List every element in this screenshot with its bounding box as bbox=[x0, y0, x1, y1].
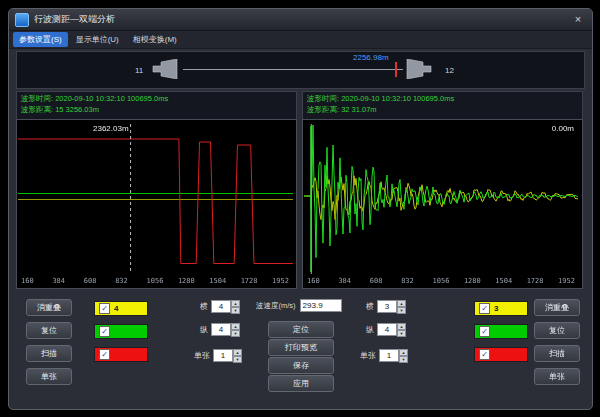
transformer-left-icon bbox=[149, 59, 179, 83]
left-reset-button[interactable]: 复位 bbox=[26, 322, 72, 339]
right-wave-time: 波形时间: 2020-09-10 10:32:10 100695.0ms bbox=[307, 93, 578, 104]
spin-value[interactable]: 3 bbox=[377, 300, 397, 313]
left-wave-time: 波形时间: 2020-09-10 10:32:10 100695.0ms bbox=[21, 93, 292, 104]
spin-down-icon[interactable]: ▼ bbox=[233, 356, 242, 363]
spin-up-icon[interactable]: ▲ bbox=[233, 349, 242, 356]
right-page-spinner: 单张 1 ▲▼ bbox=[360, 349, 408, 362]
station-left-id: 11 bbox=[135, 66, 143, 75]
right-channel-red[interactable]: ✓ bbox=[474, 347, 528, 362]
right-panel-info: 波形时间: 2020-09-10 10:32:10 100695.0ms 波形距… bbox=[302, 91, 583, 120]
window-title: 行波测距—双端分析 bbox=[34, 13, 115, 26]
close-icon[interactable]: × bbox=[570, 13, 586, 27]
spin-up-icon[interactable]: ▲ bbox=[397, 300, 406, 307]
spin-up-icon[interactable]: ▲ bbox=[399, 349, 408, 356]
spin-value[interactable]: 1 bbox=[379, 349, 399, 362]
spin-down-icon[interactable]: ▼ bbox=[231, 307, 240, 314]
right-vzoom-spinner: 纵 4 ▲▼ bbox=[366, 323, 406, 336]
spin-value[interactable]: 4 bbox=[377, 323, 397, 336]
right-scan-button[interactable]: 扫描 bbox=[534, 345, 580, 362]
spin-up-icon[interactable]: ▲ bbox=[231, 300, 240, 307]
left-chart-distance-annotation: 2362.03m bbox=[93, 124, 129, 133]
title-bar[interactable]: 行波测距—双端分析 × bbox=[9, 9, 592, 31]
menu-item-phase-mode[interactable]: 相模变换(M) bbox=[127, 32, 183, 47]
left-channel-yellow[interactable]: ✓ 4 bbox=[94, 301, 148, 316]
right-waveform-canvas[interactable] bbox=[303, 120, 580, 286]
right-reset-button[interactable]: 复位 bbox=[534, 322, 580, 339]
right-channel-yellow[interactable]: ✓ 3 bbox=[474, 301, 528, 316]
left-vzoom-spinner: 纵 4 ▲▼ bbox=[200, 323, 240, 336]
locate-button[interactable]: 定位 bbox=[268, 321, 334, 338]
spin-down-icon[interactable]: ▼ bbox=[231, 330, 240, 337]
checkbox-icon[interactable]: ✓ bbox=[99, 349, 110, 360]
left-channel-red[interactable]: ✓ bbox=[94, 347, 148, 362]
right-chart-distance-annotation: 0.00m bbox=[552, 124, 574, 133]
spin-value[interactable]: 1 bbox=[213, 349, 233, 362]
spin-up-icon[interactable]: ▲ bbox=[231, 323, 240, 330]
right-channel-green[interactable]: ✓ bbox=[474, 324, 528, 339]
left-wave-distance: 波形距离: 15 3256.03m bbox=[21, 104, 292, 115]
right-single-button[interactable]: 单张 bbox=[534, 368, 580, 385]
right-deoverlap-button[interactable]: 消重叠 bbox=[534, 299, 580, 316]
checkbox-icon[interactable]: ✓ bbox=[479, 326, 490, 337]
left-waveform-panel: 波形时间: 2020-09-10 10:32:10 100695.0ms 波形距… bbox=[16, 91, 297, 287]
left-deoverlap-button[interactable]: 消重叠 bbox=[26, 299, 72, 316]
left-hzoom-spinner: 横 4 ▲▼ bbox=[200, 300, 240, 313]
menu-item-display-unit[interactable]: 显示单位(U) bbox=[70, 32, 125, 47]
right-wave-distance: 波形距离: 32 31.07m bbox=[307, 104, 578, 115]
spin-value[interactable]: 4 bbox=[211, 300, 231, 313]
left-waveform-canvas[interactable] bbox=[17, 120, 294, 286]
right-chart-area: 0.00m bbox=[302, 119, 583, 289]
left-single-button[interactable]: 单张 bbox=[26, 368, 72, 385]
left-page-spinner: 单张 1 ▲▼ bbox=[194, 349, 242, 362]
spin-down-icon[interactable]: ▼ bbox=[397, 307, 406, 314]
app-window: 行波测距—双端分析 × 参数设置(S) 显示单位(U) 相模变换(M) 11 2… bbox=[8, 8, 593, 410]
menu-bar: 参数设置(S) 显示单位(U) 相模变换(M) bbox=[9, 31, 592, 49]
line-connector bbox=[183, 69, 403, 70]
checkbox-icon[interactable]: ✓ bbox=[99, 326, 110, 337]
fault-location-marker bbox=[395, 62, 397, 77]
wave-speed-row: 波速度(m/s) bbox=[256, 299, 342, 312]
checkbox-icon[interactable]: ✓ bbox=[479, 303, 490, 314]
left-chart-area: 2362.03m bbox=[16, 119, 297, 289]
spin-value[interactable]: 4 bbox=[211, 323, 231, 336]
device-diagram: 11 2256.98m 12 bbox=[16, 51, 585, 89]
right-waveform-panel: 波形时间: 2020-09-10 10:32:10 100695.0ms 波形距… bbox=[302, 91, 583, 287]
control-panel: 消重叠 复位 扫描 单张 ✓ 4 ✓ ✓ 横 4 ▲▼ 纵 4 ▲▼ 单张 1 bbox=[16, 291, 585, 403]
wave-speed-input[interactable] bbox=[300, 299, 342, 312]
checkbox-icon[interactable]: ✓ bbox=[99, 303, 110, 314]
spin-down-icon[interactable]: ▼ bbox=[399, 356, 408, 363]
right-hzoom-spinner: 横 3 ▲▼ bbox=[366, 300, 406, 313]
spin-up-icon[interactable]: ▲ bbox=[397, 323, 406, 330]
save-button[interactable]: 保存 bbox=[268, 357, 334, 374]
transformer-right-icon bbox=[405, 59, 435, 83]
menu-item-settings[interactable]: 参数设置(S) bbox=[13, 32, 68, 47]
fault-distance-label: 2256.98m bbox=[353, 53, 389, 62]
apply-button[interactable]: 应用 bbox=[268, 375, 334, 392]
wave-speed-label: 波速度(m/s) bbox=[256, 301, 296, 311]
print-preview-button[interactable]: 打印预览 bbox=[268, 339, 334, 356]
left-panel-info: 波形时间: 2020-09-10 10:32:10 100695.0ms 波形距… bbox=[16, 91, 297, 120]
station-right-id: 12 bbox=[445, 66, 454, 75]
app-icon bbox=[15, 13, 29, 27]
checkbox-icon[interactable]: ✓ bbox=[479, 349, 490, 360]
spin-down-icon[interactable]: ▼ bbox=[397, 330, 406, 337]
left-channel-green[interactable]: ✓ bbox=[94, 324, 148, 339]
left-scan-button[interactable]: 扫描 bbox=[26, 345, 72, 362]
